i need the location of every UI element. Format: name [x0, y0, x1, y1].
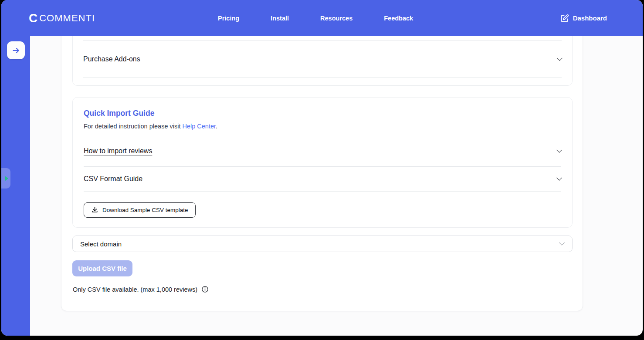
guide-subtitle-text: For detailed instruction please visit [84, 123, 182, 130]
divider [83, 77, 562, 78]
arrow-right-icon [12, 46, 20, 55]
upload-note: Only CSV file available. (max 1,000 revi… [73, 286, 209, 293]
nav-item-pricing[interactable]: Pricing [218, 15, 239, 22]
upload-csv-button[interactable]: Upload CSV file [72, 260, 132, 276]
nav-item-install[interactable]: Install [271, 15, 289, 22]
download-sample-csv-button[interactable]: Download Sample CSV template [84, 202, 196, 218]
import-page-card: Purchase Add-ons Quick Import Guide For … [61, 17, 583, 311]
play-triangle-icon [5, 176, 8, 181]
divider [84, 191, 561, 192]
accordion-csv-format-guide[interactable]: CSV Format Guide [84, 166, 561, 191]
info-icon[interactable] [201, 286, 209, 293]
edit-square-icon [560, 14, 569, 23]
sidebar-expand-button[interactable] [7, 41, 25, 59]
logo-text: COMMENTI [39, 13, 95, 24]
nav-item-feedback[interactable]: Feedback [384, 15, 413, 22]
domain-select[interactable]: Select domain [72, 236, 573, 252]
domain-select-value: Select domain [80, 240, 122, 248]
quick-import-guide-card: Quick Import Guide For detailed instruct… [72, 97, 573, 228]
accordion-purchase-addons[interactable]: Purchase Add-ons [83, 40, 562, 77]
chevron-down-icon [556, 147, 562, 153]
app-window: Purchase Add-ons Quick Import Guide For … [1, 0, 643, 336]
download-button-label: Download Sample CSV template [102, 207, 188, 213]
guide-subtitle-period: . [216, 123, 217, 130]
guide-title: Quick Import Guide [84, 109, 154, 118]
nav-item-resources[interactable]: Resources [320, 15, 353, 22]
download-icon [91, 206, 98, 214]
chevron-down-icon [559, 240, 565, 246]
accordion-label: CSV Format Guide [84, 175, 142, 183]
help-center-link[interactable]: Help Center [182, 123, 216, 130]
accordion-label: How to import reviews [84, 147, 152, 155]
chevron-down-icon [557, 55, 563, 61]
accordion-how-to-import[interactable]: How to import reviews [84, 136, 561, 166]
logo-mark: C [29, 12, 37, 24]
main-nav: Pricing Install Resources Feedback [218, 0, 413, 36]
accordion-label: Purchase Add-ons [83, 55, 140, 63]
guide-subtitle: For detailed instruction please visit He… [84, 123, 217, 130]
feedback-widget-tab[interactable] [1, 168, 10, 189]
logo[interactable]: C COMMENTI [29, 0, 95, 36]
upload-note-text: Only CSV file available. (max 1,000 revi… [73, 286, 197, 293]
dashboard-button[interactable]: Dashboard [560, 0, 607, 36]
chevron-down-icon [556, 175, 562, 181]
top-navbar: C COMMENTI Pricing Install Resources Fee… [1, 0, 643, 36]
dashboard-button-label: Dashboard [573, 14, 607, 22]
